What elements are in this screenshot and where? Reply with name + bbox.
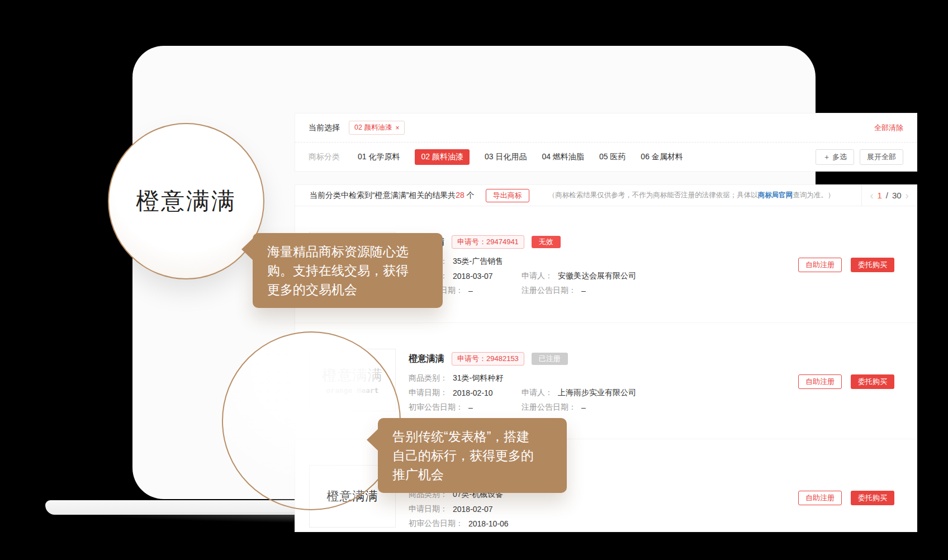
selected-filter-tag-label: 02 颜料油漆 <box>354 123 392 132</box>
status-badge: 无效 <box>532 236 561 248</box>
trademark-name[interactable]: 橙意满满 <box>409 353 444 365</box>
multi-select-button[interactable]: ＋ 多选 <box>816 149 854 165</box>
page-background: 当前选择 02 颜料油漆 × 全部清除 商标分类 01 化学原料02 颜料油漆0… <box>0 0 948 560</box>
results-count: 28 <box>456 191 464 200</box>
expand-all-button[interactable]: 展开全部 <box>860 149 903 165</box>
application-number-label: 申请号： <box>457 238 486 246</box>
tag-close-icon[interactable]: × <box>395 124 399 132</box>
self-register-button[interactable]: 自助注册 <box>798 258 842 272</box>
results-header: 当前分类中检索到“橙意满满”相关的结果共28 个 导出商标 （商标检索结果仅供参… <box>295 185 917 206</box>
prev-page-icon[interactable]: ‹ <box>870 191 873 201</box>
export-trademark-button[interactable]: 导出商标 <box>486 189 529 202</box>
status-badge: 已注册 <box>532 353 568 365</box>
application-number-tag: 申请号：29482153 <box>452 352 524 366</box>
applicant-value: 上海雨步实业有限公司 <box>558 388 636 398</box>
first-publication-label: 初审公告日期： <box>409 402 463 412</box>
filter-panel: 当前选择 02 颜料油漆 × 全部清除 商标分类 01 化学原料02 颜料油漆0… <box>295 113 917 172</box>
tooltip-line: 推广机会 <box>392 465 552 484</box>
row-actions: 自助注册 委托购买 <box>798 374 894 389</box>
applicant-value: 安徽美达会展有限公司 <box>558 271 636 281</box>
entrust-buy-button[interactable]: 委托购买 <box>851 374 894 389</box>
current-selection-row: 当前选择 02 颜料油漆 × 全部清除 <box>295 113 917 143</box>
entrust-buy-button[interactable]: 委托购买 <box>851 258 894 272</box>
tooltip-marketplace: 海量精品商标资源随心选 购。支持在线交易，获得 更多的交易机会 <box>253 233 443 308</box>
category-list: 01 化学原料02 颜料油漆03 日化用品04 燃料油脂05 医药06 金属材料 <box>358 149 683 165</box>
clear-all-link[interactable]: 全部清除 <box>874 123 903 133</box>
row-actions: 自助注册 委托购买 <box>798 491 894 505</box>
next-page-icon[interactable]: › <box>906 191 909 201</box>
registration-publication-value: – <box>581 286 586 295</box>
entrust-buy-button[interactable]: 委托购买 <box>851 491 894 505</box>
magnifier-circle: 橙意满满 <box>108 123 264 279</box>
first-publication-value: 2018-10-06 <box>468 519 509 528</box>
tooltip-line: 告别传统“发表格”，搭建 <box>392 427 552 446</box>
apply-date-value: 2018-02-10 <box>453 388 493 397</box>
category-tab[interactable]: 03 日化用品 <box>485 152 527 162</box>
pagination: ‹ 1 / 30 › <box>862 191 917 201</box>
first-publication-label: 初审公告日期： <box>409 519 463 529</box>
category-value: 31类-饲料种籽 <box>453 373 503 383</box>
application-number-tag: 申请号：29474941 <box>452 235 524 249</box>
current-page: 1 <box>877 191 881 200</box>
category-tab[interactable]: 05 医药 <box>599 152 625 162</box>
magnified-trademark-text: 橙意满满 <box>136 186 236 217</box>
disclaimer-text: （商标检索结果仅供参考，不作为商标能否注册的法律依据；具体以商标局官网查询为准。… <box>548 191 861 200</box>
registration-publication-value: – <box>581 403 586 412</box>
self-register-button[interactable]: 自助注册 <box>798 491 842 505</box>
application-number-label: 申请号： <box>457 354 486 363</box>
category-tab[interactable]: 06 金属材料 <box>641 152 682 162</box>
apply-date-value: 2018-03-07 <box>453 272 493 281</box>
first-publication-value: – <box>468 286 473 295</box>
tooltip-line: 购。支持在线交易，获得 <box>267 261 428 280</box>
current-selection-label: 当前选择 <box>309 123 340 133</box>
application-number-value: 29482153 <box>486 354 519 363</box>
application-number-value: 29474941 <box>486 238 519 246</box>
magnifier-circle-2 <box>222 331 401 510</box>
tooltip-line: 自己的标行，获得更多的 <box>392 446 552 465</box>
row-actions: 自助注册 委托购买 <box>798 258 894 272</box>
apply-date-label: 申请日期： <box>409 504 448 514</box>
trademark-office-link[interactable]: 商标局官网 <box>758 191 793 199</box>
applicant-label: 申请人： <box>522 271 553 281</box>
tooltip-line: 更多的交易机会 <box>267 280 428 299</box>
self-register-button[interactable]: 自助注册 <box>798 374 842 389</box>
apply-date-value: 2018-02-07 <box>453 505 493 514</box>
registration-publication-label: 注册公告日期： <box>522 286 576 296</box>
applicant-label: 申请人： <box>522 388 553 398</box>
selected-filter-tag[interactable]: 02 颜料油漆 × <box>349 121 405 135</box>
category-tab[interactable]: 04 燃料油脂 <box>542 152 584 162</box>
total-pages: 30 <box>892 191 902 200</box>
tooltip-line: 海量精品商标资源随心选 <box>267 242 428 261</box>
category-tab[interactable]: 01 化学原料 <box>358 152 400 162</box>
apply-date-label: 申请日期： <box>409 388 448 398</box>
registration-publication-label: 注册公告日期： <box>522 402 576 412</box>
tooltip-promotion: 告别传统“发表格”，搭建 自己的标行，获得更多的 推广机会 <box>378 418 567 493</box>
category-label: 商品类别： <box>409 373 448 383</box>
category-tab[interactable]: 02 颜料油漆 <box>415 149 469 165</box>
results-summary: 当前分类中检索到“橙意满满”相关的结果共28 个 <box>310 191 475 201</box>
category-row: 商标分类 01 化学原料02 颜料油漆03 日化用品04 燃料油脂05 医药06… <box>295 143 917 172</box>
page-separator: / <box>886 191 888 200</box>
first-publication-value: – <box>468 403 473 412</box>
category-row-label: 商标分类 <box>309 152 340 162</box>
category-value: 35类-广告销售 <box>453 257 503 267</box>
